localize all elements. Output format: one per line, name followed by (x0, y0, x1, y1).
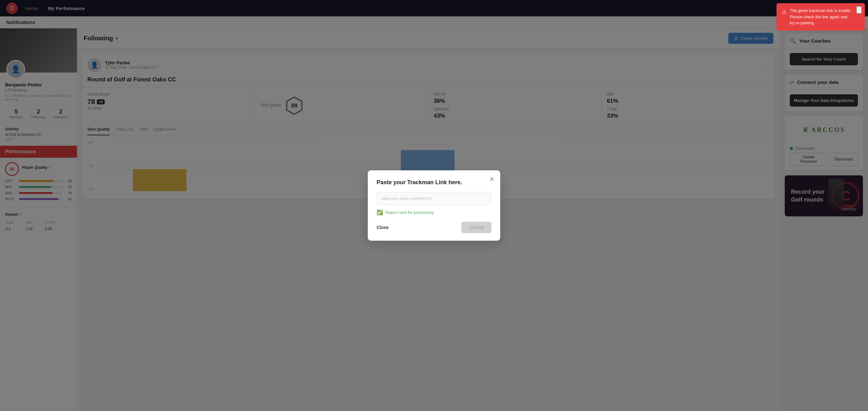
warning-icon: ⚠ (782, 8, 786, 17)
modal-submit-button[interactable]: Submit (461, 222, 491, 233)
trackman-link-input[interactable] (377, 192, 491, 205)
modal-overlay: Paste your Trackman Link here. ✕ ✅ Repor… (0, 0, 868, 410)
trackman-modal: Paste your Trackman Link here. ✕ ✅ Repor… (368, 170, 500, 241)
modal-close-text-button[interactable]: Close (377, 225, 389, 230)
modal-actions: Close Submit (377, 222, 491, 233)
modal-success-message: ✅ Report sent for processing (377, 210, 491, 215)
toast-close-button[interactable]: ✕ (856, 6, 862, 13)
success-check-icon: ✅ (377, 210, 383, 215)
error-toast: ⚠ The given trackman link is invalid. Pl… (777, 3, 865, 31)
modal-title: Paste your Trackman Link here. (377, 179, 491, 186)
modal-close-button[interactable]: ✕ (489, 176, 495, 183)
